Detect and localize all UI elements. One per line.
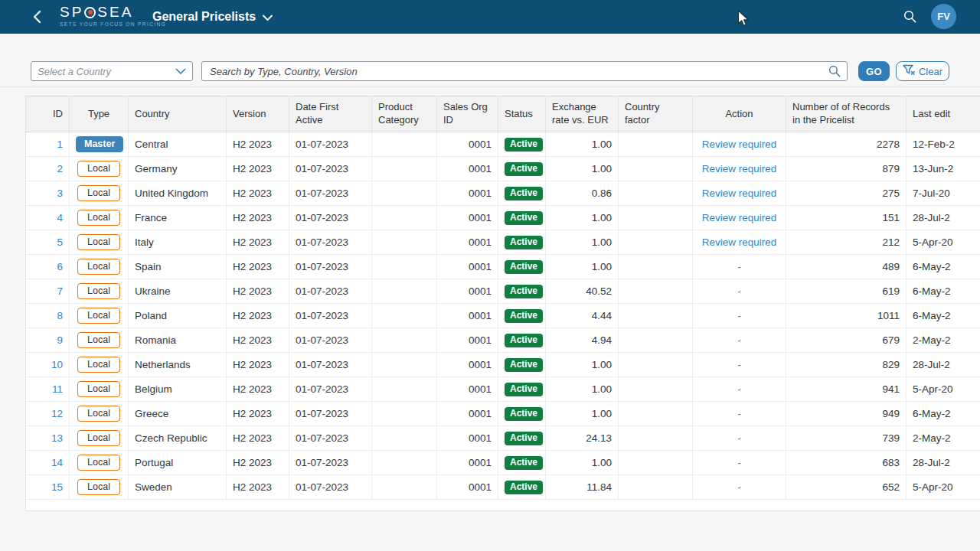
- back-icon[interactable]: [32, 10, 41, 27]
- country-select-placeholder: Select a Country: [38, 66, 175, 77]
- action-link[interactable]: -: [737, 285, 741, 297]
- product-category-cell: [372, 426, 437, 451]
- action-link[interactable]: -: [737, 359, 741, 370]
- type-badge: Local: [77, 234, 120, 250]
- exchange-rate-cell: 1.00: [546, 255, 619, 279]
- action-link[interactable]: -: [737, 310, 741, 321]
- clear-button[interactable]: Clear: [896, 61, 949, 81]
- column-header[interactable]: Last edit: [906, 96, 980, 132]
- go-button[interactable]: GO: [858, 61, 890, 81]
- row-id-link[interactable]: 15: [51, 481, 63, 493]
- action-link[interactable]: -: [737, 408, 741, 419]
- type-badge: Local: [77, 455, 120, 471]
- product-category-cell: [372, 255, 437, 279]
- exchange-rate-cell: 1.00: [546, 353, 619, 377]
- avatar[interactable]: FV: [931, 4, 956, 29]
- row-id-link[interactable]: 5: [57, 236, 63, 248]
- row-id-link[interactable]: 3: [57, 187, 63, 199]
- column-header[interactable]: Status: [498, 96, 546, 132]
- row-id-link[interactable]: 13: [51, 432, 63, 444]
- records-cell: 275: [786, 181, 906, 206]
- logo-text-suffix: SEA: [97, 4, 133, 21]
- country-factor-cell: [619, 328, 693, 353]
- sales-org-id-cell: 0001: [437, 206, 498, 230]
- logo-tagline: SETS YOUR FOCUS ON PRICING: [60, 21, 166, 27]
- exchange-rate-cell: 24.13: [546, 426, 619, 451]
- version-cell: H2 2023: [227, 157, 289, 181]
- exchange-rate-cell: 1.00: [546, 230, 619, 255]
- row-id-link[interactable]: 1: [57, 139, 63, 150]
- shell-search-icon[interactable]: [903, 10, 916, 26]
- table-row: 6 Local Spain H2 2023 01-07-2023 0001 Ac…: [26, 255, 980, 279]
- last-edit-cell: 12-Feb-2: [906, 132, 980, 157]
- column-header[interactable]: Number of of Records in the Pricelist: [786, 96, 906, 132]
- avatar-initials: FV: [937, 11, 950, 22]
- column-header[interactable]: Product Category: [372, 96, 437, 132]
- version-cell: H2 2023: [227, 451, 289, 475]
- row-id-link[interactable]: 11: [52, 383, 63, 395]
- date-first-active-cell: 01-07-2023: [289, 157, 372, 181]
- action-link[interactable]: -: [737, 261, 741, 272]
- records-cell: 212: [786, 230, 906, 255]
- row-id-link[interactable]: 4: [57, 212, 63, 223]
- status-badge: Active: [505, 309, 543, 323]
- status-badge: Active: [505, 456, 543, 470]
- column-header[interactable]: ID: [26, 96, 70, 132]
- product-category-cell: [372, 181, 437, 206]
- row-id-link[interactable]: 6: [57, 261, 63, 272]
- country-factor-cell: [619, 353, 693, 377]
- last-edit-cell: 2-May-2: [906, 328, 980, 353]
- records-cell: 489: [786, 255, 906, 279]
- action-link[interactable]: Review required: [702, 139, 777, 150]
- last-edit-cell: 28-Jul-2: [906, 206, 980, 230]
- shell-header: SPSEA SETS YOUR FOCUS ON PRICING General…: [0, 0, 980, 34]
- row-id-link[interactable]: 12: [51, 408, 63, 419]
- table-row: 14 Local Portugal H2 2023 01-07-2023 000…: [26, 451, 980, 475]
- column-header[interactable]: Type: [70, 96, 129, 132]
- action-link[interactable]: -: [737, 481, 741, 493]
- sales-org-id-cell: 0001: [437, 230, 498, 255]
- row-id-link[interactable]: 7: [57, 285, 63, 297]
- row-id-link[interactable]: 14: [51, 457, 63, 468]
- search-field-magnifier-icon[interactable]: [828, 65, 841, 80]
- records-cell: 619: [786, 279, 906, 304]
- date-first-active-cell: 01-07-2023: [289, 255, 372, 279]
- title-chevron-down-icon[interactable]: [263, 11, 273, 24]
- column-header[interactable]: Exchange rate vs. EUR: [546, 96, 619, 132]
- date-first-active-cell: 01-07-2023: [289, 206, 372, 230]
- column-header[interactable]: Version: [227, 96, 289, 132]
- product-category-cell: [372, 304, 437, 328]
- action-link[interactable]: Review required: [702, 163, 777, 174]
- status-badge: Active: [505, 162, 543, 176]
- logo-text-prefix: SP: [60, 4, 83, 21]
- action-link[interactable]: -: [737, 383, 741, 395]
- action-link[interactable]: -: [737, 432, 741, 444]
- records-cell: 652: [786, 475, 906, 500]
- version-cell: H2 2023: [227, 328, 289, 353]
- action-link[interactable]: Review required: [702, 212, 777, 223]
- status-badge: Active: [505, 383, 543, 396]
- column-header[interactable]: Country factor: [619, 96, 693, 132]
- action-link[interactable]: -: [737, 457, 741, 468]
- country-select[interactable]: Select a Country: [31, 61, 193, 81]
- action-link[interactable]: -: [737, 334, 741, 346]
- column-header[interactable]: Date First Active: [289, 96, 372, 132]
- row-id-link[interactable]: 10: [51, 359, 63, 370]
- column-header[interactable]: Country: [129, 96, 227, 132]
- row-id-link[interactable]: 2: [57, 163, 63, 174]
- country-cell: Sweden: [129, 475, 227, 500]
- country-factor-cell: [619, 402, 693, 426]
- action-link[interactable]: Review required: [702, 187, 777, 199]
- date-first-active-cell: 01-07-2023: [289, 304, 372, 328]
- table-row: 11 Local Belgium H2 2023 01-07-2023 0001…: [26, 377, 980, 402]
- column-header[interactable]: Sales Org ID: [437, 96, 498, 132]
- column-header[interactable]: Action: [693, 96, 786, 132]
- search-input[interactable]: [201, 61, 848, 81]
- country-cell: Netherlands: [129, 353, 227, 377]
- row-id-link[interactable]: 8: [57, 310, 63, 321]
- records-cell: 739: [786, 426, 906, 451]
- last-edit-cell: 6-May-2: [906, 304, 980, 328]
- action-link[interactable]: Review required: [702, 236, 777, 248]
- row-id-link[interactable]: 9: [57, 334, 63, 346]
- last-edit-cell: 7-Jul-20: [906, 181, 980, 206]
